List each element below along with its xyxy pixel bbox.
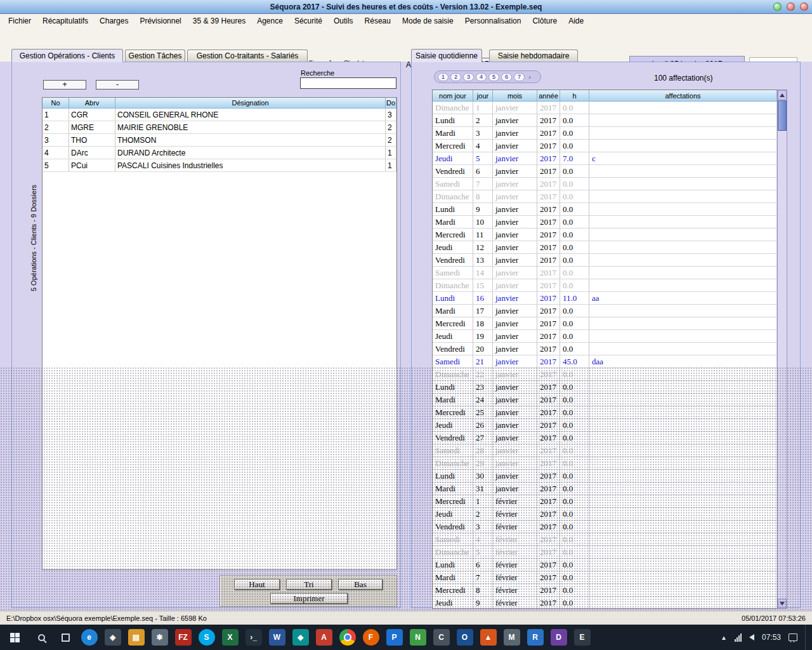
cell[interactable]: 31: [473, 482, 493, 495]
cell[interactable]: Mercredi: [433, 584, 473, 597]
cell[interactable]: 2017: [537, 190, 560, 203]
cell[interactable]: 26: [473, 419, 493, 432]
app-icon[interactable]: E: [570, 625, 594, 650]
cell[interactable]: 2017: [537, 114, 560, 127]
cell[interactable]: 0.0: [560, 267, 589, 279]
cell[interactable]: [589, 190, 777, 203]
cell[interactable]: 2017: [537, 229, 560, 241]
cell[interactable]: février: [493, 521, 537, 533]
cell[interactable]: 0.0: [560, 317, 589, 330]
cell[interactable]: [589, 495, 777, 508]
cell[interactable]: 4: [473, 140, 493, 152]
cell[interactable]: 0.0: [560, 330, 589, 343]
app-icon[interactable]: ◆: [289, 625, 312, 650]
table-row[interactable]: Jeudi5janvier20177.0c: [433, 152, 777, 165]
cell[interactable]: [589, 127, 777, 140]
cell[interactable]: 1: [473, 495, 493, 508]
cell[interactable]: [589, 229, 777, 241]
sort-button[interactable]: Tri: [286, 579, 332, 590]
cell[interactable]: Dimanche: [433, 190, 473, 203]
table-row[interactable]: Dimanche15janvier20170.0: [433, 279, 777, 292]
cell[interactable]: 0.0: [560, 165, 589, 178]
cell[interactable]: 2017: [537, 546, 560, 559]
cell[interactable]: Vendredi: [433, 432, 473, 444]
cell[interactable]: 30: [473, 470, 493, 482]
cell[interactable]: janvier: [493, 178, 537, 190]
cell[interactable]: Samedi: [433, 355, 473, 368]
cell[interactable]: 15: [473, 279, 493, 292]
table-row[interactable]: Jeudi2février20170.0: [433, 508, 777, 521]
cell[interactable]: 2017: [537, 178, 560, 190]
table-row[interactable]: Vendredi3février20170.0: [433, 521, 777, 533]
table-row[interactable]: Mardi31janvier20170.0: [433, 482, 777, 495]
table-row[interactable]: Mardi17janvier20170.0: [433, 305, 777, 317]
cell[interactable]: 2017: [537, 521, 560, 533]
table-row[interactable]: 1CGRCONSEIL GENERAL RHONE3: [43, 109, 396, 121]
cell[interactable]: 2017: [537, 343, 560, 355]
table-row[interactable]: Dimanche8janvier20170.0: [433, 190, 777, 203]
close-button[interactable]: [800, 3, 808, 11]
cell[interactable]: 0.0: [560, 114, 589, 127]
search-input[interactable]: [300, 77, 396, 89]
cell[interactable]: Dimanche: [433, 368, 473, 381]
cell[interactable]: janvier: [493, 127, 537, 140]
cell[interactable]: 0.0: [560, 368, 589, 381]
cell[interactable]: janvier: [493, 406, 537, 419]
cell[interactable]: 8: [473, 190, 493, 203]
table-row[interactable]: 2MGREMAIRIE GRENOBLE2: [43, 121, 396, 134]
cell[interactable]: Lundi: [433, 292, 473, 305]
cell[interactable]: 0.0: [560, 140, 589, 152]
table-row[interactable]: Mercredi25janvier20170.0: [433, 406, 777, 419]
cell[interactable]: 16: [473, 292, 493, 305]
chevron-right-icon[interactable]: ›: [527, 73, 533, 81]
menu-item[interactable]: Aide: [563, 15, 589, 27]
add-button[interactable]: +: [43, 80, 86, 90]
cell[interactable]: Mardi: [433, 216, 473, 229]
cell[interactable]: [589, 216, 777, 229]
cell[interactable]: janvier: [493, 432, 537, 444]
cell[interactable]: Vendredi: [433, 254, 473, 267]
cell[interactable]: [589, 381, 777, 394]
volume-icon[interactable]: [749, 634, 754, 640]
cell[interactable]: 28: [473, 444, 493, 457]
cell[interactable]: 9: [473, 597, 493, 609]
menu-item[interactable]: Fichier: [3, 15, 37, 27]
cell[interactable]: 0.0: [560, 381, 589, 394]
cell[interactable]: 0.0: [560, 229, 589, 241]
cell[interactable]: [589, 267, 777, 279]
cell[interactable]: [589, 444, 777, 457]
word-icon[interactable]: W: [265, 625, 289, 650]
cell[interactable]: Lundi: [433, 114, 473, 127]
cell[interactable]: [589, 508, 777, 521]
menu-item[interactable]: Clôture: [527, 15, 563, 27]
cell[interactable]: 14: [473, 267, 493, 279]
settings-icon[interactable]: ✱: [148, 625, 171, 650]
task-view-button[interactable]: [53, 625, 77, 650]
cell[interactable]: 0.0: [560, 279, 589, 292]
cell[interactable]: février: [493, 597, 537, 609]
cell[interactable]: [589, 241, 777, 254]
cell[interactable]: 2017: [537, 419, 560, 432]
cell[interactable]: [589, 317, 777, 330]
cell[interactable]: 2017: [537, 140, 560, 152]
table-row[interactable]: 4DArcDURAND Architecte1: [43, 147, 396, 159]
cell[interactable]: Lundi: [433, 559, 473, 571]
cell[interactable]: [589, 102, 777, 114]
cell[interactable]: Jeudi: [433, 508, 473, 521]
cell[interactable]: 2017: [537, 381, 560, 394]
vertical-scrollbar[interactable]: [777, 90, 787, 609]
cell[interactable]: 9: [473, 203, 493, 216]
cell[interactable]: Vendredi: [433, 343, 473, 355]
cell[interactable]: [589, 432, 777, 444]
cell[interactable]: 3: [473, 127, 493, 140]
cell[interactable]: Samedi: [433, 533, 473, 546]
cell[interactable]: 29: [473, 457, 493, 470]
cell[interactable]: [589, 470, 777, 482]
cell[interactable]: Mardi: [433, 571, 473, 584]
cell[interactable]: 2017: [537, 597, 560, 609]
tab-saisie-quotidienne[interactable]: Saisie quotidienne: [411, 49, 482, 62]
app-icon[interactable]: R: [523, 625, 547, 650]
cell[interactable]: 2017: [537, 317, 560, 330]
cell[interactable]: janvier: [493, 203, 537, 216]
cell[interactable]: janvier: [493, 470, 537, 482]
